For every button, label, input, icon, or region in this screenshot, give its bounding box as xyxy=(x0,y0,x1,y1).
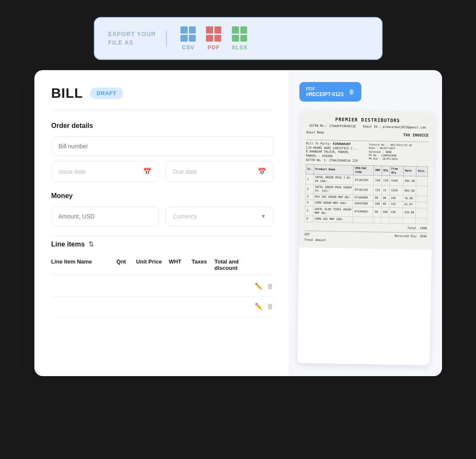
receipt-salesman: NONE xyxy=(386,150,392,153)
receipt-company-name: PREMIER DISTRIBUTORS xyxy=(306,116,428,125)
col-name: Line Item Name xyxy=(51,258,117,271)
receipt-doc-type: TAX INVOICE xyxy=(403,133,428,139)
issue-date-label: Issue date xyxy=(59,168,86,175)
money-row: Currency ▼ xyxy=(51,207,273,226)
due-date-calendar-icon: 📅 xyxy=(258,167,266,176)
row1-actions: ✏️ 🗑 xyxy=(255,283,273,290)
receipt-gst-email: GSTEN No.: 27AAAFP1964E1ZE Email ID.: pr… xyxy=(306,124,428,130)
amount-input[interactable] xyxy=(51,207,159,226)
col-actions xyxy=(260,258,273,271)
table-row: ✏️ 🗑 xyxy=(51,277,273,297)
line-items-title: Line items xyxy=(51,241,85,248)
table-row: ✏️ 🗑 xyxy=(51,297,273,317)
export-options: CSV PDF XLSX xyxy=(180,26,248,51)
row1-delete-icon[interactable]: 🗑 xyxy=(267,283,273,290)
receipt-po-no: 1100032048 xyxy=(381,154,396,157)
col-unit-price: Unit Price xyxy=(136,258,169,271)
csv-icon xyxy=(180,26,196,42)
export-bar: EXPORT YOURFILE AS CSV PDF XLSX xyxy=(94,17,383,60)
line-items-section: Line items ⇅ Line Item Name Qnt Unit Pri… xyxy=(51,236,273,317)
col-qnt: Qnt xyxy=(116,258,136,271)
order-details-title: Order details xyxy=(51,122,273,130)
left-panel: BILL DRAFT Order details Issue date 📅 Du… xyxy=(34,70,289,376)
date-row: Issue date 📅 Due date 📅 xyxy=(51,161,273,182)
pdf-export-button[interactable]: PDF xyxy=(206,26,221,51)
row1-edit-icon[interactable]: ✏️ xyxy=(255,283,263,290)
bill-title: BILL xyxy=(51,85,83,101)
xlsx-export-button[interactable]: XLSX xyxy=(231,26,248,51)
row2-delete-icon[interactable]: 🗑 xyxy=(267,303,273,310)
table-header: Line Item Name Qnt Unit Price WHT Taxes … xyxy=(51,255,273,275)
issue-date-calendar-icon: 📅 xyxy=(143,167,152,176)
pdf-delete-icon[interactable]: 🗑 xyxy=(349,88,355,95)
receipt-bill-to: KIRANAKART xyxy=(333,142,351,146)
export-label: EXPORT YOURFILE AS xyxy=(108,30,167,47)
currency-label: Currency xyxy=(173,213,197,220)
row2-edit-icon[interactable]: ✏️ xyxy=(255,303,263,310)
col-wht: WHT xyxy=(169,258,192,271)
csv-export-button[interactable]: CSV xyxy=(180,26,196,51)
pdf-icon xyxy=(206,26,221,42)
right-panel: PDF #RECEIPT-0123 🗑 PREMIER DISTRIBUTORS… xyxy=(289,70,442,376)
due-date-label: Due date xyxy=(173,168,197,175)
pdf-badge-text: PDF #RECEIPT-0123 xyxy=(306,86,344,97)
pdf-badge: PDF #RECEIPT-0123 🗑 xyxy=(299,82,362,102)
receipt-items-table: Sr. Product Name HSN/SAC Code MRP Qty Fr… xyxy=(304,164,428,224)
receipt-invoice-no: 801/4321/23-24 xyxy=(390,143,412,147)
main-content: BILL DRAFT Order details Issue date 📅 Du… xyxy=(34,70,442,376)
issue-date-field[interactable]: Issue date 📅 xyxy=(51,161,159,182)
col-total: Total and discount xyxy=(214,258,260,271)
bill-number-input[interactable] xyxy=(51,136,273,156)
pdf-label: PDF xyxy=(208,44,220,51)
receipt-po-due: 26/07/2023 xyxy=(382,157,397,161)
pdf-receipt-id: #RECEIPT-0123 xyxy=(306,91,344,97)
xlsx-label: XLSX xyxy=(231,44,248,51)
receipt-image-container: PREMIER DISTRIBUTORS GSTEN No.: 27AAAFP1… xyxy=(297,110,434,365)
receipt-memo: Debit Memo xyxy=(306,131,324,138)
receipt-date: 30/07/2023 xyxy=(379,147,394,150)
sort-icon[interactable]: ⇅ xyxy=(88,240,94,248)
receipt-footer: Total 1908 GST Received Qty: 3940 Total … xyxy=(304,224,427,244)
xlsx-icon xyxy=(232,26,247,42)
draft-badge: DRAFT xyxy=(90,88,124,99)
pdf-format-label: PDF xyxy=(306,86,344,91)
currency-select[interactable]: Currency ▼ xyxy=(166,207,273,226)
due-date-field[interactable]: Due date 📅 xyxy=(166,161,273,182)
line-items-header: Line items ⇅ xyxy=(51,236,273,248)
row2-actions: ✏️ 🗑 xyxy=(255,303,273,310)
order-details-section: Order details Issue date 📅 Due date 📅 xyxy=(51,122,273,182)
money-section: Money Currency ▼ xyxy=(51,192,273,226)
currency-dropdown-arrow: ▼ xyxy=(261,213,266,219)
money-section-title: Money xyxy=(51,192,273,200)
col-taxes: Taxes xyxy=(192,258,214,271)
bill-header: BILL DRAFT xyxy=(51,85,273,110)
csv-label: CSV xyxy=(182,44,194,51)
receipt-image: PREMIER DISTRIBUTORS GSTEN No.: 27AAAFP1… xyxy=(299,110,434,250)
